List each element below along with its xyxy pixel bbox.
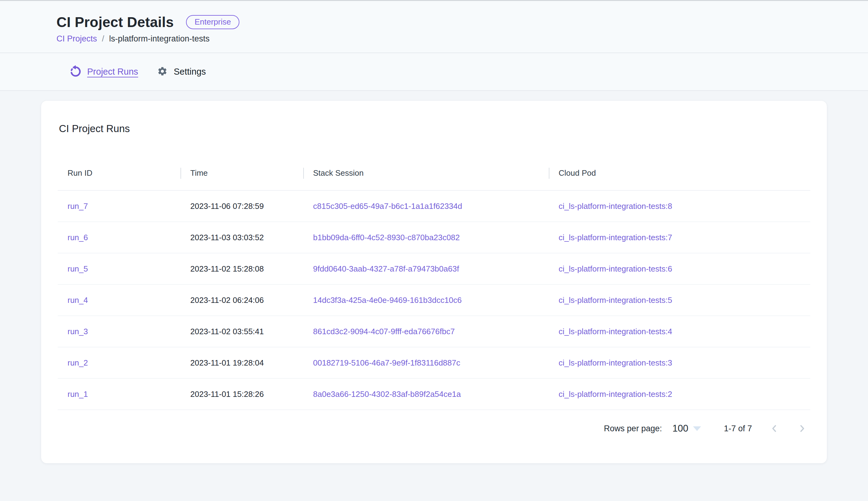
chevron-left-icon — [769, 423, 780, 434]
table-row: run_6 2023-11-03 03:03:52 b1bb09da-6ff0-… — [58, 222, 810, 253]
breadcrumb: CI Projects / ls-platform-integration-te… — [56, 34, 868, 44]
breadcrumb-separator: / — [102, 34, 105, 44]
run-time-cell: 2023-11-02 03:55:41 — [180, 316, 303, 347]
enterprise-badge: Enterprise — [186, 15, 240, 30]
page-header: CI Project Details Enterprise CI Project… — [0, 1, 868, 53]
table-row: run_2 2023-11-01 19:28:04 00182719-5106-… — [58, 347, 810, 379]
cloud-pod-link[interactable]: ci_ls-platform-integration-tests:2 — [559, 390, 672, 399]
table-row: run_1 2023-11-01 15:28:26 8a0e3a66-1250-… — [58, 379, 810, 410]
tab-bar: Project Runs Settings — [0, 53, 868, 91]
cloud-pod-link[interactable]: ci_ls-platform-integration-tests:6 — [559, 264, 672, 274]
run-id-link[interactable]: run_1 — [67, 390, 88, 399]
rows-per-page-select[interactable]: 100 — [672, 423, 689, 434]
run-time-cell: 2023-11-02 15:28:08 — [180, 253, 303, 285]
ci-project-runs-card: CI Project Runs Run ID Time Stack Sessio… — [41, 101, 827, 463]
cloud-pod-link[interactable]: ci_ls-platform-integration-tests:5 — [559, 296, 672, 305]
stack-session-link[interactable]: 861cd3c2-9094-4c07-9fff-eda76676fbc7 — [313, 327, 455, 336]
stack-session-link[interactable]: b1bb09da-6ff0-4c52-8930-c870ba23c082 — [313, 233, 460, 242]
column-header-time: Time — [180, 156, 303, 190]
previous-page-button[interactable] — [769, 423, 780, 434]
caret-down-icon[interactable] — [693, 426, 701, 431]
run-time-cell: 2023-11-06 07:28:59 — [180, 190, 303, 222]
table-row: run_4 2023-11-02 06:24:06 14dc3f3a-425a-… — [58, 285, 810, 316]
rows-per-page-label: Rows per page: — [604, 424, 662, 434]
run-id-link[interactable]: run_7 — [67, 202, 88, 211]
run-id-link[interactable]: run_3 — [67, 327, 88, 336]
pagination-bar: Rows per page: 100 1-7 of 7 — [58, 419, 810, 438]
next-page-button[interactable] — [797, 423, 807, 434]
stack-session-link[interactable]: 14dc3f3a-425a-4e0e-9469-161b3dcc10c6 — [313, 296, 462, 305]
pagination-range: 1-7 of 7 — [724, 424, 752, 434]
page-title: CI Project Details — [56, 14, 174, 30]
column-header-cloud-pod: Cloud Pod — [549, 156, 810, 190]
breadcrumb-ci-projects-link[interactable]: CI Projects — [56, 34, 97, 44]
card-title: CI Project Runs — [59, 123, 810, 135]
cloud-pod-link[interactable]: ci_ls-platform-integration-tests:4 — [559, 327, 672, 336]
run-id-link[interactable]: run_5 — [67, 264, 88, 274]
table-row: run_3 2023-11-02 03:55:41 861cd3c2-9094-… — [58, 316, 810, 347]
run-time-cell: 2023-11-01 19:28:04 — [180, 347, 303, 379]
cloud-pod-link[interactable]: ci_ls-platform-integration-tests:7 — [559, 233, 672, 242]
circular-arrow-icon — [69, 65, 81, 78]
cloud-pod-link[interactable]: ci_ls-platform-integration-tests:8 — [559, 202, 672, 211]
stack-session-link[interactable]: 9fdd0640-3aab-4327-a78f-a79473b0a63f — [313, 264, 459, 274]
stack-session-link[interactable]: 00182719-5106-46a7-9e9f-1f83116d887c — [313, 358, 460, 367]
tab-settings[interactable]: Settings — [157, 66, 206, 78]
stack-session-link[interactable]: c815c305-ed65-49a7-b6c1-1a1a1f62334d — [313, 202, 462, 211]
table-header-row: Run ID Time Stack Session Cloud Pod — [58, 156, 810, 190]
run-id-link[interactable]: run_2 — [67, 358, 88, 367]
runs-table: Run ID Time Stack Session Cloud Pod run_… — [58, 156, 810, 410]
column-header-stack-session: Stack Session — [303, 156, 549, 190]
run-time-cell: 2023-11-02 06:24:06 — [180, 285, 303, 316]
tab-project-runs[interactable]: Project Runs — [69, 65, 138, 78]
column-header-run-id: Run ID — [58, 156, 180, 190]
table-row: run_7 2023-11-06 07:28:59 c815c305-ed65-… — [58, 190, 810, 222]
main-content: CI Project Runs Run ID Time Stack Sessio… — [0, 91, 868, 501]
run-id-link[interactable]: run_6 — [67, 233, 88, 242]
run-time-cell: 2023-11-03 03:03:52 — [180, 222, 303, 253]
run-time-cell: 2023-11-01 15:28:26 — [180, 379, 303, 410]
tab-settings-label: Settings — [174, 67, 206, 77]
breadcrumb-current: ls-platform-integration-tests — [109, 34, 210, 44]
stack-session-link[interactable]: 8a0e3a66-1250-4302-83af-b89f2a54ce1a — [313, 390, 461, 399]
tab-project-runs-label: Project Runs — [87, 67, 138, 77]
table-row: run_5 2023-11-02 15:28:08 9fdd0640-3aab-… — [58, 253, 810, 285]
cloud-pod-link[interactable]: ci_ls-platform-integration-tests:3 — [559, 358, 672, 367]
chevron-right-icon — [797, 423, 807, 434]
run-id-link[interactable]: run_4 — [67, 296, 88, 305]
gear-icon — [157, 66, 168, 78]
